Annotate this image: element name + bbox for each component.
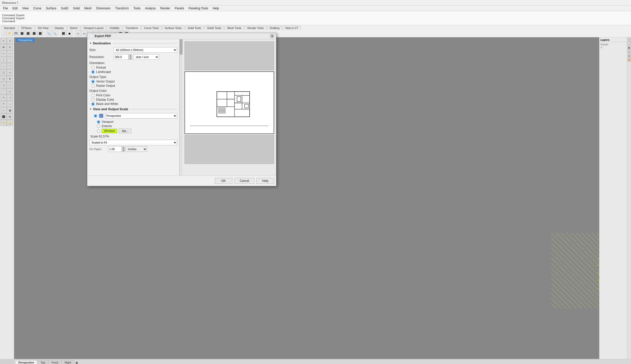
help-button[interactable]: Help [256, 178, 274, 184]
viewport-label[interactable]: Perspective [16, 38, 35, 42]
scrollbar-thumb[interactable] [180, 39, 182, 54]
portrait-option[interactable]: Portrait [91, 66, 177, 69]
tool-arc[interactable]: ◠ [7, 63, 13, 69]
toolbar-btn-13[interactable]: ▭ [81, 31, 87, 36]
right-btn-1[interactable]: + [627, 38, 631, 41]
tool-move[interactable]: ✥ [1, 44, 7, 50]
display-color-option[interactable]: Display Color [91, 98, 177, 101]
tool-poly[interactable]: ⬡ [1, 69, 7, 75]
toolbar-btn-1[interactable]: ⬜ [1, 31, 7, 36]
menu-analyze[interactable]: Analyze [143, 6, 158, 11]
menu-tools[interactable]: Tools [131, 6, 142, 11]
black-white-radio[interactable] [91, 102, 95, 106]
toolbar-tab-curvetools[interactable]: Curve Tools [141, 26, 162, 30]
toolbar-btn-9[interactable]: 🔍 [52, 31, 58, 36]
viewport-tab-perspective[interactable]: Perspective [15, 360, 37, 364]
toolbar-tab-visibility[interactable]: Visibility [107, 26, 122, 30]
extents-mode-radio[interactable] [97, 125, 100, 128]
dialog-close-button[interactable]: ✕ [270, 34, 274, 38]
menu-view[interactable]: View [20, 6, 31, 11]
toolbar-tab-select[interactable]: Select [67, 26, 81, 30]
toolbar-tab-newinv7[interactable]: New in V7 [283, 26, 301, 30]
print-color-option[interactable]: Print Color [91, 94, 177, 97]
tool-group[interactable]: ⊞ [7, 114, 13, 120]
tool-analyze[interactable]: 📏 [1, 120, 7, 126]
landscape-option[interactable]: Landscape [91, 70, 177, 74]
tool-boolean[interactable]: ∪ [1, 82, 7, 88]
menu-mesh[interactable]: Mesh [82, 6, 94, 11]
portrait-radio[interactable] [91, 66, 95, 69]
on-paper-input[interactable] [108, 146, 122, 152]
tool-chamfer[interactable]: ◻ [7, 88, 13, 94]
on-paper-up[interactable]: ▲ [122, 146, 125, 149]
toolbar-tab-rendertools[interactable]: Render Tools [245, 26, 267, 30]
right-btn-4[interactable]: ◻ [627, 50, 631, 53]
menu-panels[interactable]: Panels [173, 6, 186, 11]
on-paper-down[interactable]: ▼ [122, 149, 125, 152]
viewport-tab-front[interactable]: Front [48, 360, 62, 364]
resolution-unit-select[interactable]: dots / inch dots / cm [134, 54, 159, 60]
tool-dim[interactable]: ↔ [7, 101, 13, 107]
set-window-button[interactable]: Set... [119, 129, 132, 133]
toolbar-tab-display[interactable]: Display [52, 26, 66, 30]
toolbar-tab-cplanes[interactable]: CPlanes [18, 26, 35, 30]
cancel-button[interactable]: Cancel [234, 178, 254, 184]
toolbar-btn-3[interactable]: 💾 [13, 31, 19, 36]
menu-curve[interactable]: Curve [31, 6, 43, 11]
toolbar-tab-subdtools[interactable]: SubD Tools [204, 26, 224, 30]
menu-surface[interactable]: Surface [44, 6, 58, 11]
extents-mode-option[interactable]: Extents [97, 124, 177, 128]
vector-radio[interactable] [91, 80, 95, 83]
toolbar-tab-viewportlayout[interactable]: Viewport Layout [81, 26, 106, 30]
menu-help[interactable]: Help [211, 6, 221, 11]
print-color-radio[interactable] [91, 94, 95, 97]
on-paper-unit-select[interactable]: Inches mm cm [127, 146, 147, 152]
toolbar-btn-4[interactable]: ⬛ [19, 31, 25, 36]
toolbar-btn-2[interactable]: 📂 [7, 31, 13, 36]
toolbar-btn-12[interactable]: ▭ [75, 31, 81, 36]
viewport-tab-add[interactable]: ⊕ [75, 361, 78, 364]
tool-surface[interactable]: ◻ [1, 76, 7, 82]
view-output-header[interactable]: ▼ View and Output Scale [89, 107, 177, 111]
display-color-radio[interactable] [91, 98, 95, 101]
tool-split[interactable]: ⊣ [7, 95, 13, 101]
right-btn-3[interactable]: ◼ [627, 46, 631, 49]
tool-rotate[interactable]: ↻ [7, 44, 13, 50]
toolbar-btn-10[interactable]: ⬛ [61, 31, 66, 36]
right-btn-6[interactable]: 🎨 [627, 58, 631, 62]
tool-trim[interactable]: ✂ [1, 95, 7, 101]
black-white-option[interactable]: Black and White [91, 102, 177, 106]
tool-text[interactable]: T [1, 101, 7, 107]
destination-header[interactable]: ▼ Destination [89, 41, 177, 45]
toolbar-btn-5[interactable]: ⬛ [25, 31, 31, 36]
viewport-dropdown[interactable]: Perspective Top Front Right [105, 113, 177, 119]
ok-button[interactable]: OK [215, 178, 232, 184]
dialog-scrollbar[interactable] [179, 39, 182, 176]
right-btn-5[interactable]: ◈ [627, 54, 631, 58]
toolbar-tab-drafting[interactable]: Drafting [267, 26, 282, 30]
export-pdf-dialog[interactable]: 📄 Export PDF ✕ ▼ Destination Size: [87, 33, 276, 186]
tool-curve[interactable]: ⌒ [7, 57, 13, 63]
tool-block[interactable]: ⬛ [1, 114, 7, 120]
tool-extrude[interactable]: ⬆ [7, 76, 13, 82]
toolbar-tab-transform[interactable]: Transform [123, 26, 141, 30]
menu-subd[interactable]: SubD [59, 6, 70, 11]
toolbar-btn-6[interactable]: ⬛ [31, 31, 37, 36]
tool-line[interactable]: / [1, 57, 7, 63]
viewport-mode-radio[interactable] [97, 120, 100, 124]
raster-radio[interactable] [91, 84, 95, 88]
view-viewport-radio[interactable] [94, 114, 97, 118]
tool-fillet[interactable]: ⌒ [1, 88, 7, 94]
tool-render[interactable]: 💡 [7, 120, 13, 126]
landscape-radio[interactable] [91, 70, 95, 74]
menu-transform[interactable]: Transform [113, 6, 131, 11]
toolbar-btn-11[interactable]: ◼ [67, 31, 72, 36]
menu-edit[interactable]: Edit [10, 6, 20, 11]
viewport-tab-right[interactable]: Right [61, 360, 74, 364]
window-mode-radio[interactable] [97, 129, 100, 133]
viewport-tab-top[interactable]: Top [37, 360, 48, 364]
resolution-up[interactable]: ▲ [129, 54, 132, 57]
tool-hatch[interactable]: ▦ [7, 107, 13, 113]
viewport-mode-option[interactable]: Viewport [97, 120, 177, 124]
resolution-down[interactable]: ▼ [129, 57, 132, 60]
